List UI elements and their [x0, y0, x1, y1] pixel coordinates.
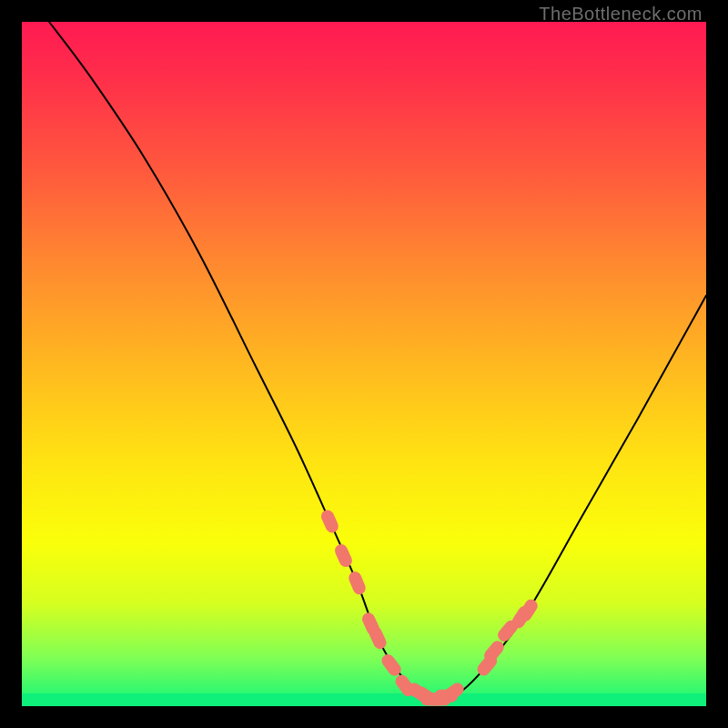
marker-point — [347, 570, 368, 596]
marker-point — [319, 508, 340, 534]
marker-point — [333, 542, 354, 569]
marker-point — [379, 652, 404, 678]
highlighted-points-group — [319, 508, 541, 708]
chart-frame: TheBottleneck.com — [0, 0, 728, 728]
marker-layer — [22, 22, 706, 706]
plot-area — [22, 22, 706, 706]
